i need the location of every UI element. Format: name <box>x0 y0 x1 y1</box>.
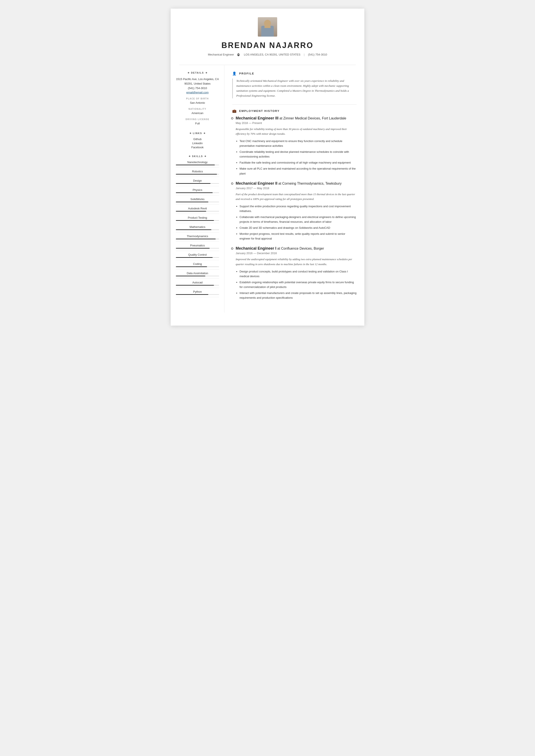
skill-name: Coding <box>176 262 219 266</box>
jobs-list: Mechanical Engineer III at Zimner Medica… <box>232 116 356 300</box>
skills-dot-left <box>189 155 190 157</box>
dot-left <box>188 72 189 73</box>
bullet-item: Interact with potential manufacturers an… <box>239 291 356 300</box>
job-bullets: Design product concepts, build prototype… <box>236 269 356 300</box>
avatar-container <box>179 17 356 38</box>
links-section: LINKS Github Linkedin Facebook <box>176 132 219 149</box>
skill-name: Design <box>176 179 219 182</box>
briefcase-icon: 💼 <box>232 109 237 113</box>
link-github[interactable]: Github <box>176 137 219 141</box>
job-summary: Improved the undisrupted equipment relia… <box>236 257 356 266</box>
skill-bar-fill <box>176 211 206 211</box>
bullet-item: Design product concepts, build prototype… <box>239 269 356 279</box>
job-date: May 2018 — Present <box>236 121 356 125</box>
job-entry: Mechanical Engineer I at Confluence Devi… <box>232 246 356 300</box>
job-date: January 2017 — May 2018 <box>236 186 356 190</box>
skill-divider <box>176 260 219 260</box>
profile-text: Technically orientated Mechanical Engine… <box>232 78 356 98</box>
bullet-item: Make sure all PLC are tested and maintai… <box>239 166 356 176</box>
skill-bar <box>176 211 219 211</box>
skill-divider <box>176 269 219 269</box>
header-phone: (541) 754-3010 <box>308 53 327 56</box>
skill-item: Robotics <box>176 170 219 175</box>
sidebar: DETAILS 1515 Pacific Ave, Los Angeles, C… <box>171 65 224 313</box>
skill-bar-fill <box>176 220 214 221</box>
skill-bar <box>176 266 219 267</box>
main-content: 👤 PROFILE Technically orientated Mechani… <box>224 65 364 313</box>
skill-bar <box>176 192 219 193</box>
skill-name: Mathematics <box>176 225 219 229</box>
dot-right <box>206 72 207 73</box>
skill-bar-fill <box>176 192 212 193</box>
skill-bar <box>176 285 219 286</box>
links-heading: LINKS <box>176 132 219 134</box>
job-dot <box>231 247 233 250</box>
header-location: LOS ANGELES, CA 90291, UNITED STATES <box>244 53 300 56</box>
skill-bar-fill <box>176 165 215 165</box>
skill-bar-fill <box>176 174 217 175</box>
skill-item: Coding <box>176 262 219 267</box>
profile-icon: 👤 <box>232 71 237 75</box>
bullet-item: Support the entire production process re… <box>239 204 356 213</box>
job-bullets: Support the entire production process re… <box>236 204 356 241</box>
nationality: American <box>176 111 219 116</box>
skills-heading: SKILLS <box>176 155 219 157</box>
skill-item: Quality Control <box>176 253 219 258</box>
job-dot <box>231 182 233 185</box>
skill-bar-fill <box>176 285 214 286</box>
skill-bar-fill <box>176 276 205 276</box>
bullet-item: Monitor project progress, record test re… <box>239 232 356 241</box>
skill-item: Python <box>176 290 219 295</box>
skill-name: Pneumatics <box>176 244 219 247</box>
skill-name: SolidWorks <box>176 198 219 201</box>
skill-item: Autocad <box>176 281 219 286</box>
employment-heading: 💼 EMPLOYMENT HISTORY <box>232 109 356 113</box>
bullet-item: Facilitate the safe testing and commissi… <box>239 160 356 165</box>
skill-name: Quality Control <box>176 253 219 256</box>
skill-bar <box>176 294 219 295</box>
skill-bar <box>176 165 219 165</box>
job-dot <box>231 117 233 120</box>
link-facebook[interactable]: Facebook <box>176 146 219 149</box>
sidebar-phone: (541) 754-3010 <box>176 86 219 91</box>
skill-item: Thermodynamics <box>176 235 219 239</box>
driving-label: DRIVING LICENSE <box>176 118 219 121</box>
bullet-item: Coordinate reliability testing and devis… <box>239 150 356 159</box>
skills-dot-right <box>205 155 206 157</box>
skill-name: Nanotechnology <box>176 160 219 164</box>
skill-bar-fill <box>176 229 211 230</box>
skill-bar-fill <box>176 248 210 249</box>
avatar <box>258 17 277 37</box>
details-section: DETAILS 1515 Pacific Ave, Los Angeles, C… <box>176 71 219 126</box>
skill-item: Autodesk Revit <box>176 207 219 211</box>
skill-bar <box>176 229 219 230</box>
skill-name: Robotics <box>176 170 219 173</box>
sidebar-email[interactable]: email@email.com <box>176 90 219 95</box>
nationality-label: NATIONALITY <box>176 108 219 110</box>
skill-divider <box>176 241 219 242</box>
bullet-item: Establish ongoing relationships with pot… <box>239 280 356 290</box>
job-bullets: Test CNC machinery and equipment to ensu… <box>236 139 356 176</box>
job-entry: Mechanical Engineer III at Zimner Medica… <box>232 116 356 176</box>
skill-item: Mathematics <box>176 225 219 230</box>
job-title: Mechanical Engineer I at Confluence Devi… <box>236 246 356 251</box>
skill-divider <box>176 288 219 288</box>
skill-divider <box>176 278 219 279</box>
address: 1515 Pacific Ave, Los Angeles, CA 90291,… <box>176 77 219 86</box>
skill-name: Autocad <box>176 281 219 284</box>
subtitle-row: Mechanical Engineer LOS ANGELES, CA 9029… <box>179 53 356 56</box>
avatar-figure <box>258 17 277 37</box>
link-linkedin[interactable]: Linkedin <box>176 142 219 145</box>
skill-divider <box>176 177 219 177</box>
skill-name: Data Assimilation <box>176 271 219 275</box>
details-heading: DETAILS <box>176 71 219 74</box>
links-list: Github Linkedin Facebook <box>176 137 219 149</box>
profile-section: 👤 PROFILE Technically orientated Mechani… <box>232 71 356 98</box>
resume-body: DETAILS 1515 Pacific Ave, Los Angeles, C… <box>171 65 364 313</box>
skill-name: Product Testing <box>176 216 219 219</box>
skill-bar <box>176 183 219 184</box>
links-dot-right <box>204 132 205 134</box>
skill-item: Physics <box>176 188 219 193</box>
skill-name: Python <box>176 290 219 293</box>
job-summary: Responsible for reliability testing of m… <box>236 127 356 136</box>
